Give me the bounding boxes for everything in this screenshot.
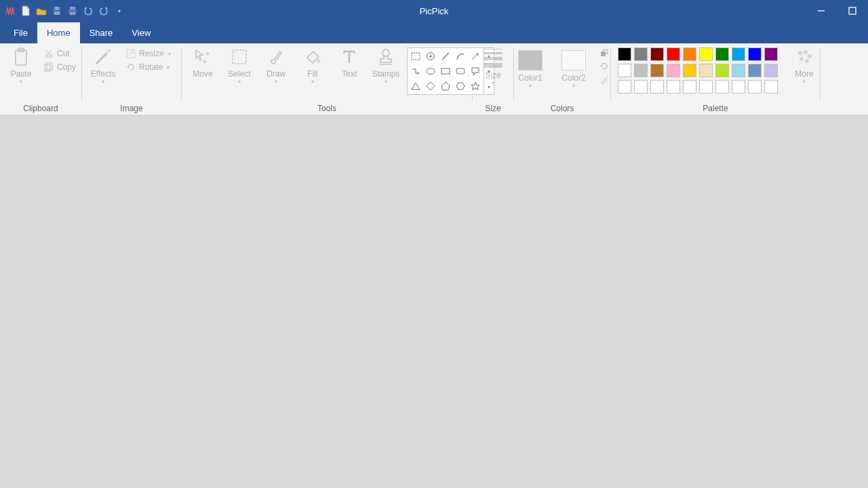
move-button[interactable]: Move: [184, 45, 221, 79]
undo-icon[interactable]: [82, 5, 94, 17]
shape-diamond-icon[interactable]: [423, 79, 438, 94]
effects-button[interactable]: Effects ▾: [85, 45, 121, 85]
rotate-button[interactable]: Rotate ▾: [121, 61, 175, 73]
tools-group-label: Tools: [182, 104, 472, 113]
text-button[interactable]: Text: [331, 45, 368, 79]
palette-swatch[interactable]: [732, 64, 745, 77]
image-group-label: Image: [82, 104, 181, 113]
canvas-area[interactable]: [0, 115, 868, 488]
resize-button[interactable]: Resize ▾: [121, 47, 175, 60]
draw-label: Draw: [267, 69, 285, 79]
swap-colors-icon[interactable]: [599, 47, 610, 58]
copy-button[interactable]: Copy: [39, 61, 80, 73]
svg-rect-19: [412, 53, 420, 60]
shape-line-icon[interactable]: [438, 49, 453, 64]
effects-label: Effects: [91, 69, 115, 79]
cut-button[interactable]: Cut: [39, 47, 80, 60]
palette-swatch[interactable]: [667, 80, 680, 94]
copy-icon: [43, 62, 54, 73]
shape-triangle-icon[interactable]: [408, 79, 423, 94]
quick-access-toolbar: ▾: [0, 5, 125, 17]
palette-swatch[interactable]: [618, 47, 631, 61]
select-button[interactable]: Select ▾: [221, 45, 258, 85]
select-label: Select: [228, 69, 250, 79]
chevron-down-icon: ▾: [238, 79, 241, 85]
eyedropper-icon[interactable]: [599, 75, 610, 85]
shape-curve-icon[interactable]: [453, 49, 468, 64]
save-icon[interactable]: [51, 5, 63, 17]
palette-swatch[interactable]: [715, 64, 729, 77]
redo-icon[interactable]: [98, 5, 110, 17]
palette-swatch[interactable]: [683, 47, 696, 61]
palette-swatch[interactable]: [715, 47, 729, 61]
palette-swatch[interactable]: [667, 64, 680, 77]
reset-colors-icon[interactable]: [599, 61, 610, 72]
shape-rect-select-icon[interactable]: [408, 49, 423, 64]
more-colors-button[interactable]: More ▾: [786, 45, 823, 85]
minimize-button[interactable]: [806, 0, 837, 22]
palette-swatch[interactable]: [634, 80, 648, 94]
palette-swatch[interactable]: [683, 80, 696, 94]
palette-swatch[interactable]: [699, 80, 713, 94]
palette-swatch[interactable]: [618, 64, 631, 77]
palette-swatch[interactable]: [618, 80, 631, 94]
draw-button[interactable]: Draw ▾: [258, 45, 294, 85]
palette-swatch[interactable]: [748, 80, 762, 94]
group-clipboard: Paste ▾ Cut Copy Clipboard: [0, 43, 81, 115]
palette-swatch[interactable]: [715, 80, 729, 94]
color1-swatch: [518, 50, 542, 70]
stamps-button[interactable]: Stamps ▾: [368, 45, 404, 85]
palette-swatch[interactable]: [732, 47, 745, 61]
rotate-icon: [125, 62, 136, 73]
svg-point-10: [45, 55, 48, 58]
svg-rect-1: [55, 7, 59, 10]
palette-swatch[interactable]: [634, 47, 648, 61]
color2-swatch: [561, 50, 586, 70]
svg-point-31: [800, 57, 804, 61]
shape-pentagon-icon[interactable]: [438, 79, 453, 94]
palette-swatch[interactable]: [764, 47, 778, 61]
palette-swatch[interactable]: [748, 47, 762, 61]
qat-customize-icon[interactable]: ▾: [113, 5, 125, 17]
palette-swatch[interactable]: [764, 64, 778, 77]
tab-home[interactable]: Home: [37, 22, 80, 43]
shape-hexagon-icon[interactable]: [453, 79, 468, 94]
chevron-down-icon: ▾: [492, 80, 494, 86]
palette-swatch[interactable]: [699, 64, 713, 77]
new-file-icon[interactable]: [20, 5, 32, 17]
size-button[interactable]: Size ▾: [475, 45, 511, 86]
print-icon[interactable]: [66, 5, 79, 17]
chevron-down-icon: ▾: [167, 64, 170, 70]
palette-swatch[interactable]: [699, 47, 713, 61]
color1-button[interactable]: Color1 ▾: [512, 45, 549, 89]
open-file-icon[interactable]: [35, 5, 47, 17]
palette-swatch[interactable]: [732, 80, 745, 94]
text-icon: [340, 47, 359, 66]
shape-connector-icon[interactable]: [408, 64, 423, 79]
move-arrows-icon: [193, 47, 212, 66]
palette-dots-icon: [795, 47, 814, 66]
fill-button[interactable]: Fill ▾: [294, 45, 331, 85]
palette-swatch[interactable]: [667, 47, 680, 61]
svg-point-30: [808, 54, 812, 58]
color2-button[interactable]: Color2 ▾: [555, 45, 592, 89]
palette-swatch[interactable]: [764, 80, 778, 94]
shape-ellipse-icon[interactable]: [423, 64, 438, 79]
paste-button[interactable]: Paste ▾: [3, 45, 39, 85]
palette-swatch[interactable]: [683, 64, 696, 77]
palette-swatch[interactable]: [650, 64, 664, 77]
tab-share[interactable]: Share: [80, 22, 123, 43]
palette-swatch[interactable]: [650, 47, 664, 61]
group-palette: More ▾ Palette: [611, 43, 820, 115]
palette-swatch[interactable]: [748, 64, 762, 77]
palette-swatch[interactable]: [634, 64, 648, 77]
shape-rectangle-icon[interactable]: [438, 64, 453, 79]
tab-file[interactable]: File: [4, 22, 37, 43]
maximize-button[interactable]: [837, 0, 868, 22]
shape-roundrect-icon[interactable]: [453, 64, 468, 79]
clipboard-icon: [12, 47, 31, 66]
tab-view[interactable]: View: [122, 22, 160, 43]
svg-point-28: [798, 51, 802, 55]
shape-ellipse-plus-icon[interactable]: [423, 49, 438, 64]
palette-swatch[interactable]: [650, 80, 664, 94]
